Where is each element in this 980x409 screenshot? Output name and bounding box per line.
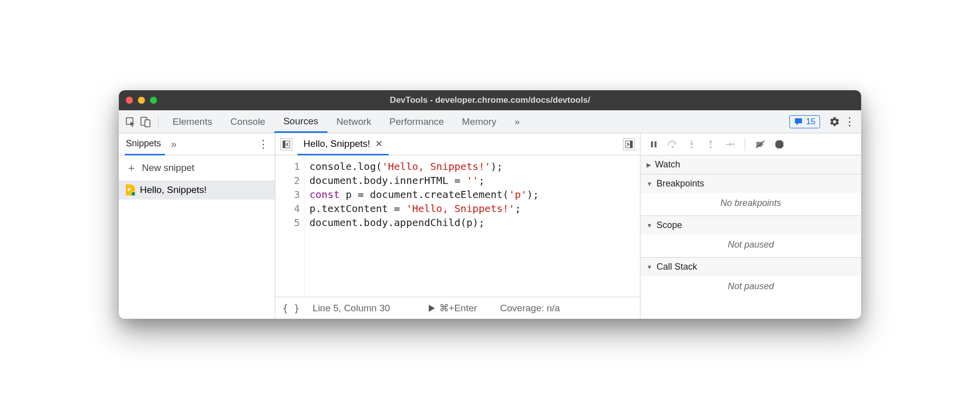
tab-memory[interactable]: Memory <box>453 111 506 133</box>
line-number: 5 <box>275 216 300 230</box>
deactivate-breakpoints-icon[interactable] <box>754 138 766 150</box>
line-number: 4 <box>275 201 300 216</box>
plus-icon: ＋ <box>126 160 137 175</box>
settings-icon[interactable] <box>827 114 842 129</box>
code-editor[interactable]: 1 2 3 4 5 console.log('Hello, Snippets!'… <box>275 155 640 297</box>
step-icon[interactable] <box>724 138 736 150</box>
close-tab-icon[interactable]: ✕ <box>375 138 383 149</box>
editor-file-tab[interactable]: Hello, Snippets! ✕ <box>297 133 389 155</box>
toggle-device-toolbar-icon[interactable] <box>138 114 153 129</box>
run-shortcut: ⌘+Enter <box>439 302 477 314</box>
more-tabs-icon[interactable]: » <box>506 111 529 133</box>
svg-rect-7 <box>651 141 653 147</box>
svg-rect-4 <box>283 141 285 148</box>
svg-point-10 <box>691 146 693 148</box>
more-options-icon[interactable]: ⋮ <box>842 114 857 129</box>
devtools-window: DevTools - developer.chrome.com/docs/dev… <box>119 90 861 319</box>
inspect-element-icon[interactable] <box>123 114 138 129</box>
snippet-name: Hello, Snippets! <box>140 184 207 195</box>
play-icon <box>428 304 435 312</box>
collapse-icon: ▼ <box>646 222 652 229</box>
editor-file-name: Hello, Snippets! <box>303 138 370 149</box>
issues-button[interactable]: 15 <box>789 115 820 128</box>
scope-body: Not paused <box>640 235 861 257</box>
breakpoints-body: No breakpoints <box>640 193 861 216</box>
titlebar: DevTools - developer.chrome.com/docs/dev… <box>119 90 861 110</box>
callstack-header[interactable]: ▼Call Stack <box>640 258 861 276</box>
callstack-section: ▼Call Stack Not paused <box>640 258 861 299</box>
main-toolbar: Elements Console Sources Network Perform… <box>119 110 861 133</box>
tab-snippets[interactable]: Snippets <box>125 133 165 155</box>
watch-section: ▶Watch <box>640 155 861 174</box>
navigator-sidebar: Snippets » ⋮ ＋ New snippet Hello, Snippe… <box>119 133 275 319</box>
zoom-window-button[interactable] <box>150 97 157 104</box>
sources-panel: Snippets » ⋮ ＋ New snippet Hello, Snippe… <box>119 133 861 319</box>
editor-pane: Hello, Snippets! ✕ 1 2 3 4 5 console.log… <box>275 133 640 319</box>
svg-point-12 <box>732 143 734 145</box>
traffic-lights <box>126 97 157 104</box>
svg-point-11 <box>710 146 712 148</box>
callstack-body: Not paused <box>640 276 861 299</box>
expand-icon: ▶ <box>646 161 651 168</box>
step-over-icon[interactable] <box>667 138 679 150</box>
new-snippet-button[interactable]: ＋ New snippet <box>119 155 275 180</box>
line-number: 2 <box>275 173 300 187</box>
toggle-debugger-icon[interactable] <box>623 138 635 150</box>
run-snippet-button[interactable]: ⌘+Enter <box>428 302 477 314</box>
format-code-icon[interactable]: { } <box>282 303 299 314</box>
navigator-tabs: Snippets » ⋮ <box>119 133 275 155</box>
tab-console[interactable]: Console <box>221 111 274 133</box>
line-gutter: 1 2 3 4 5 <box>275 155 304 297</box>
navigator-more-icon[interactable]: ⋮ <box>258 138 269 151</box>
scope-section: ▼Scope Not paused <box>640 216 861 258</box>
line-number: 1 <box>275 159 300 173</box>
step-into-icon[interactable] <box>686 138 698 150</box>
editor-toolbar: Hello, Snippets! ✕ <box>275 133 640 155</box>
tab-performance[interactable]: Performance <box>380 111 453 133</box>
tab-sources[interactable]: Sources <box>274 111 328 133</box>
close-window-button[interactable] <box>126 97 133 104</box>
toggle-navigator-icon[interactable] <box>280 138 292 150</box>
snippet-list-item[interactable]: Hello, Snippets! <box>119 180 275 199</box>
watch-header[interactable]: ▶Watch <box>640 155 861 174</box>
step-out-icon[interactable] <box>705 138 717 150</box>
separator <box>158 115 158 128</box>
breakpoints-header[interactable]: ▼Breakpoints <box>640 174 861 193</box>
line-number: 3 <box>275 187 300 201</box>
coverage-status: Coverage: n/a <box>500 303 560 314</box>
cursor-position: Line 5, Column 30 <box>312 303 390 314</box>
debugger-toolbar <box>640 133 861 155</box>
svg-point-9 <box>672 146 674 148</box>
more-navigator-tabs-icon[interactable]: » <box>171 138 177 150</box>
debugger-pane: ▶Watch ▼Breakpoints No breakpoints ▼Scop… <box>640 133 861 319</box>
svg-rect-8 <box>655 141 657 147</box>
collapse-icon: ▼ <box>646 264 652 271</box>
minimize-window-button[interactable] <box>138 97 145 104</box>
pause-on-exceptions-icon[interactable] <box>773 138 785 150</box>
new-snippet-label: New snippet <box>142 162 195 173</box>
svg-rect-2 <box>145 120 150 127</box>
window-title: DevTools - developer.chrome.com/docs/dev… <box>390 95 590 105</box>
pause-script-icon[interactable] <box>647 138 660 150</box>
breakpoints-section: ▼Breakpoints No breakpoints <box>640 174 861 216</box>
collapse-icon: ▼ <box>646 180 652 187</box>
snippet-file-icon <box>126 184 135 195</box>
svg-rect-6 <box>630 141 632 148</box>
editor-statusbar: { } Line 5, Column 30 ⌘+Enter Coverage: … <box>275 297 640 319</box>
tab-elements[interactable]: Elements <box>164 111 221 133</box>
tab-network[interactable]: Network <box>328 111 381 133</box>
separator <box>745 138 745 151</box>
panel-tabs: Elements Console Sources Network Perform… <box>164 111 529 133</box>
issues-icon <box>794 117 803 126</box>
scope-header[interactable]: ▼Scope <box>640 216 861 235</box>
issues-count: 15 <box>806 117 815 127</box>
code-content: console.log('Hello, Snippets!'); documen… <box>304 155 539 297</box>
